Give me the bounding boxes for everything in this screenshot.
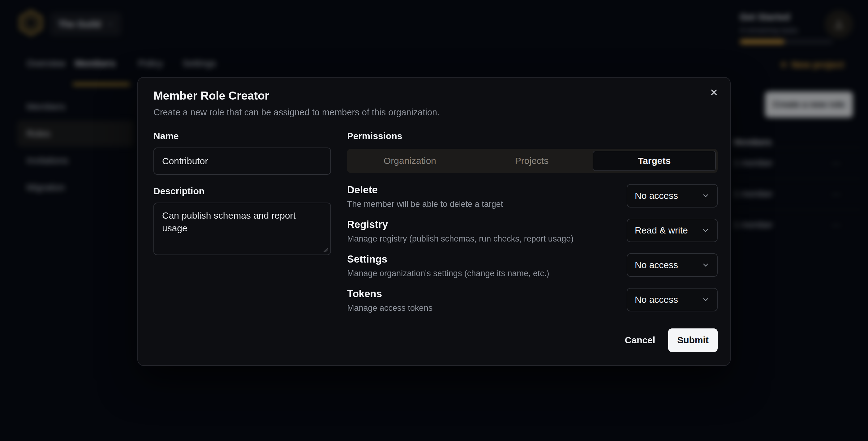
perm-row-registry: Registry Manage registry (publish schema… xyxy=(347,219,718,248)
perm-row-tokens: Tokens Manage access tokens No access xyxy=(347,288,718,318)
access-select-delete[interactable]: No access xyxy=(627,184,718,208)
chevron-down-icon xyxy=(702,261,710,269)
access-select-value: No access xyxy=(635,294,678,305)
cancel-button[interactable]: Cancel xyxy=(616,328,664,352)
description-textarea[interactable]: Can publish schemas and report usage xyxy=(153,202,331,255)
submit-button[interactable]: Submit xyxy=(668,328,718,352)
chevron-down-icon xyxy=(702,296,710,304)
name-label: Name xyxy=(153,131,179,141)
app-root: The Guild Get Started 4 remaining tasks … xyxy=(0,0,868,441)
description-field: Can publish schemas and report usage xyxy=(153,202,331,255)
access-select-value: No access xyxy=(635,260,678,270)
access-select-registry[interactable]: Read & write xyxy=(627,219,718,242)
resize-handle-icon[interactable] xyxy=(322,247,329,253)
close-button[interactable]: × xyxy=(706,85,722,100)
permissions-label: Permissions xyxy=(347,131,402,141)
dialog-title: Member Role Creator xyxy=(153,89,269,102)
perm-row-delete: Delete The member will be able to delete… xyxy=(347,184,718,214)
access-select-tokens[interactable]: No access xyxy=(627,288,718,311)
chevron-down-icon xyxy=(702,226,710,234)
access-select-value: No access xyxy=(635,190,678,201)
chevron-down-icon xyxy=(702,192,710,200)
description-label: Description xyxy=(153,186,205,196)
name-input[interactable] xyxy=(153,148,331,175)
perm-tab-projects[interactable]: Projects xyxy=(471,151,593,171)
access-select-value: Read & write xyxy=(635,225,688,235)
perm-tab-organization[interactable]: Organization xyxy=(349,151,471,171)
perm-tab-targets[interactable]: Targets xyxy=(593,151,716,171)
dialog-subtitle: Create a new role that can be assigned t… xyxy=(153,107,440,118)
access-select-settings[interactable]: No access xyxy=(627,253,718,277)
member-role-creator-dialog: × Member Role Creator Create a new role … xyxy=(137,77,731,366)
close-icon: × xyxy=(710,85,718,100)
permissions-tablist: Organization Projects Targets xyxy=(347,149,718,173)
perm-row-settings: Settings Manage organization's settings … xyxy=(347,253,718,283)
